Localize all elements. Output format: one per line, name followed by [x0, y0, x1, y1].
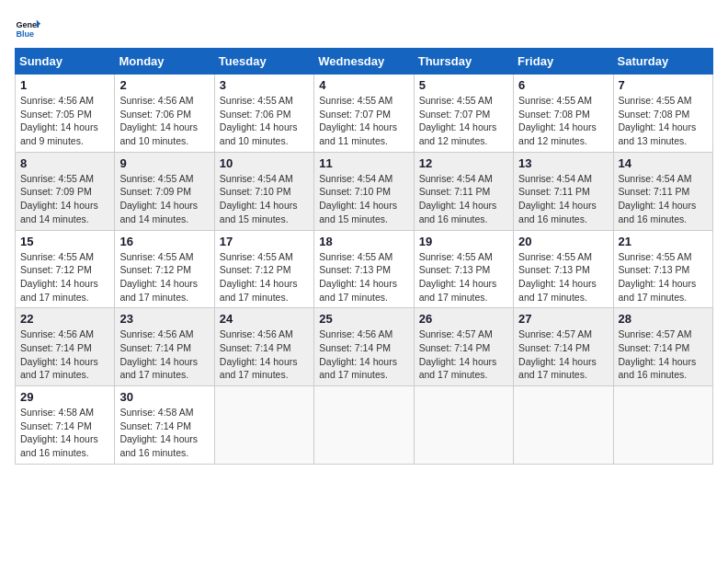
- day-detail: Sunrise: 4:54 AMSunset: 7:10 PMDaylight:…: [319, 172, 408, 226]
- day-detail: Sunrise: 4:58 AMSunset: 7:14 PMDaylight:…: [119, 406, 209, 460]
- day-detail: Sunrise: 4:56 AMSunset: 7:14 PMDaylight:…: [319, 327, 408, 382]
- calendar-cell: 7Sunrise: 4:55 AMSunset: 7:08 PMDaylight…: [613, 75, 712, 153]
- calendar-cell: 16Sunrise: 4:55 AMSunset: 7:12 PMDayligh…: [115, 230, 214, 308]
- day-detail: Sunrise: 4:54 AMSunset: 7:11 PMDaylight:…: [419, 172, 508, 226]
- page-header: General Blue: [15, 15, 713, 40]
- day-detail: Sunrise: 4:57 AMSunset: 7:14 PMDaylight:…: [518, 327, 608, 382]
- weekday-header-saturday: Saturday: [613, 49, 712, 75]
- day-number: 29: [20, 390, 109, 404]
- day-detail: Sunrise: 4:55 AMSunset: 7:08 PMDaylight:…: [518, 94, 608, 148]
- calendar-cell: 9Sunrise: 4:55 AMSunset: 7:09 PMDaylight…: [115, 152, 214, 230]
- calendar-cell: 18Sunrise: 4:55 AMSunset: 7:13 PMDayligh…: [314, 230, 414, 308]
- day-detail: Sunrise: 4:56 AMSunset: 7:14 PMDaylight:…: [20, 327, 109, 382]
- calendar-cell: 2Sunrise: 4:56 AMSunset: 7:06 PMDaylight…: [115, 75, 214, 153]
- day-number: 1: [20, 78, 109, 92]
- calendar-header-row: SundayMondayTuesdayWednesdayThursdayFrid…: [16, 49, 713, 75]
- day-number: 16: [119, 235, 209, 248]
- day-detail: Sunrise: 4:54 AMSunset: 7:11 PMDaylight:…: [518, 172, 608, 226]
- calendar-cell: 26Sunrise: 4:57 AMSunset: 7:14 PMDayligh…: [414, 308, 513, 386]
- day-detail: Sunrise: 4:56 AMSunset: 7:14 PMDaylight:…: [119, 327, 209, 382]
- calendar-cell: 1Sunrise: 4:56 AMSunset: 7:05 PMDaylight…: [16, 75, 115, 153]
- weekday-header-thursday: Thursday: [414, 49, 513, 75]
- svg-text:Blue: Blue: [16, 29, 34, 39]
- day-number: 18: [319, 235, 408, 248]
- day-number: 9: [119, 156, 209, 170]
- calendar-cell: 8Sunrise: 4:55 AMSunset: 7:09 PMDaylight…: [16, 152, 115, 230]
- day-detail: Sunrise: 4:55 AMSunset: 7:12 PMDaylight:…: [220, 250, 309, 304]
- day-number: 27: [518, 312, 608, 326]
- calendar-table: SundayMondayTuesdayWednesdayThursdayFrid…: [15, 48, 713, 465]
- weekday-header-wednesday: Wednesday: [314, 49, 414, 75]
- day-number: 21: [619, 235, 708, 248]
- day-detail: Sunrise: 4:55 AMSunset: 7:07 PMDaylight:…: [419, 94, 508, 148]
- calendar-cell: 3Sunrise: 4:55 AMSunset: 7:06 PMDaylight…: [214, 75, 313, 153]
- day-detail: Sunrise: 4:56 AMSunset: 7:05 PMDaylight:…: [20, 94, 109, 148]
- calendar-cell: 13Sunrise: 4:54 AMSunset: 7:11 PMDayligh…: [514, 152, 613, 230]
- day-number: 10: [220, 156, 309, 170]
- calendar-week-1: 1Sunrise: 4:56 AMSunset: 7:05 PMDaylight…: [16, 75, 713, 153]
- calendar-cell: 29Sunrise: 4:58 AMSunset: 7:14 PMDayligh…: [16, 386, 115, 465]
- day-detail: Sunrise: 4:55 AMSunset: 7:12 PMDaylight:…: [119, 250, 209, 304]
- day-number: 19: [419, 235, 508, 248]
- day-detail: Sunrise: 4:57 AMSunset: 7:14 PMDaylight:…: [419, 327, 508, 382]
- day-detail: Sunrise: 4:56 AMSunset: 7:06 PMDaylight:…: [119, 94, 209, 148]
- calendar-cell: 30Sunrise: 4:58 AMSunset: 7:14 PMDayligh…: [115, 386, 214, 465]
- weekday-header-friday: Friday: [514, 49, 613, 75]
- day-detail: Sunrise: 4:55 AMSunset: 7:13 PMDaylight:…: [419, 250, 508, 304]
- calendar-cell: 24Sunrise: 4:56 AMSunset: 7:14 PMDayligh…: [214, 308, 313, 386]
- day-detail: Sunrise: 4:55 AMSunset: 7:12 PMDaylight:…: [20, 250, 109, 304]
- calendar-cell: [214, 386, 313, 465]
- calendar-week-3: 15Sunrise: 4:55 AMSunset: 7:12 PMDayligh…: [16, 230, 713, 308]
- weekday-header-sunday: Sunday: [16, 49, 115, 75]
- day-detail: Sunrise: 4:56 AMSunset: 7:14 PMDaylight:…: [220, 327, 309, 382]
- calendar-cell: 17Sunrise: 4:55 AMSunset: 7:12 PMDayligh…: [214, 230, 313, 308]
- day-number: 12: [419, 156, 508, 170]
- calendar-cell: [314, 386, 414, 465]
- day-detail: Sunrise: 4:55 AMSunset: 7:09 PMDaylight:…: [20, 172, 109, 226]
- day-detail: Sunrise: 4:58 AMSunset: 7:14 PMDaylight:…: [20, 406, 109, 460]
- day-detail: Sunrise: 4:55 AMSunset: 7:08 PMDaylight:…: [619, 94, 708, 148]
- day-detail: Sunrise: 4:54 AMSunset: 7:11 PMDaylight:…: [619, 172, 708, 226]
- day-number: 15: [20, 235, 109, 248]
- calendar-cell: 12Sunrise: 4:54 AMSunset: 7:11 PMDayligh…: [414, 152, 513, 230]
- calendar-cell: 15Sunrise: 4:55 AMSunset: 7:12 PMDayligh…: [16, 230, 115, 308]
- calendar-cell: 14Sunrise: 4:54 AMSunset: 7:11 PMDayligh…: [613, 152, 712, 230]
- day-detail: Sunrise: 4:55 AMSunset: 7:13 PMDaylight:…: [619, 250, 708, 304]
- day-detail: Sunrise: 4:57 AMSunset: 7:14 PMDaylight:…: [619, 327, 708, 382]
- day-detail: Sunrise: 4:54 AMSunset: 7:10 PMDaylight:…: [220, 172, 309, 226]
- day-number: 22: [20, 312, 109, 326]
- calendar-cell: 11Sunrise: 4:54 AMSunset: 7:10 PMDayligh…: [314, 152, 414, 230]
- day-number: 23: [119, 312, 209, 326]
- day-number: 3: [220, 78, 309, 92]
- day-detail: Sunrise: 4:55 AMSunset: 7:07 PMDaylight:…: [319, 94, 408, 148]
- calendar-week-5: 29Sunrise: 4:58 AMSunset: 7:14 PMDayligh…: [16, 386, 713, 465]
- day-detail: Sunrise: 4:55 AMSunset: 7:13 PMDaylight:…: [518, 250, 608, 304]
- day-number: 28: [619, 312, 708, 326]
- day-detail: Sunrise: 4:55 AMSunset: 7:13 PMDaylight:…: [319, 250, 408, 304]
- day-number: 24: [220, 312, 309, 326]
- day-detail: Sunrise: 4:55 AMSunset: 7:06 PMDaylight:…: [220, 94, 309, 148]
- logo: General Blue: [15, 15, 42, 40]
- calendar-cell: 5Sunrise: 4:55 AMSunset: 7:07 PMDaylight…: [414, 75, 513, 153]
- calendar-cell: 22Sunrise: 4:56 AMSunset: 7:14 PMDayligh…: [16, 308, 115, 386]
- calendar-cell: [514, 386, 613, 465]
- day-number: 8: [20, 156, 109, 170]
- calendar-cell: 20Sunrise: 4:55 AMSunset: 7:13 PMDayligh…: [514, 230, 613, 308]
- calendar-week-2: 8Sunrise: 4:55 AMSunset: 7:09 PMDaylight…: [16, 152, 713, 230]
- calendar-cell: 21Sunrise: 4:55 AMSunset: 7:13 PMDayligh…: [613, 230, 712, 308]
- day-number: 20: [518, 235, 608, 248]
- day-number: 7: [619, 78, 708, 92]
- calendar-cell: 27Sunrise: 4:57 AMSunset: 7:14 PMDayligh…: [514, 308, 613, 386]
- calendar-cell: [613, 386, 712, 465]
- day-number: 14: [619, 156, 708, 170]
- calendar-cell: 6Sunrise: 4:55 AMSunset: 7:08 PMDaylight…: [514, 75, 613, 153]
- calendar-cell: 10Sunrise: 4:54 AMSunset: 7:10 PMDayligh…: [214, 152, 313, 230]
- weekday-header-monday: Monday: [115, 49, 214, 75]
- calendar-week-4: 22Sunrise: 4:56 AMSunset: 7:14 PMDayligh…: [16, 308, 713, 386]
- day-number: 17: [220, 235, 309, 248]
- calendar-cell: 19Sunrise: 4:55 AMSunset: 7:13 PMDayligh…: [414, 230, 513, 308]
- calendar-cell: [414, 386, 513, 465]
- calendar-cell: 23Sunrise: 4:56 AMSunset: 7:14 PMDayligh…: [115, 308, 214, 386]
- day-number: 13: [518, 156, 608, 170]
- calendar-cell: 4Sunrise: 4:55 AMSunset: 7:07 PMDaylight…: [314, 75, 414, 153]
